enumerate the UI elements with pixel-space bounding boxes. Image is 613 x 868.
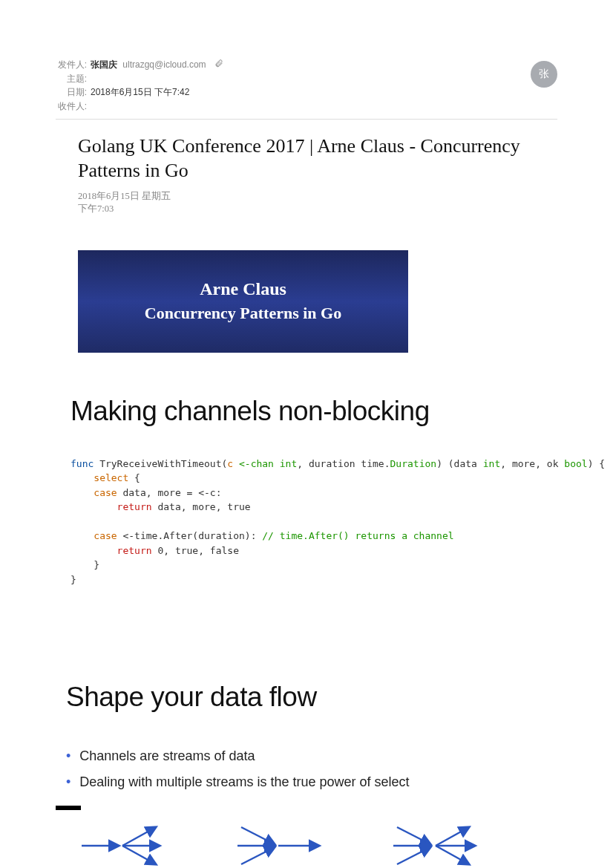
slide-intro-name: Arne Claus <box>200 279 286 299</box>
bullet-list: Channels are streams of data Dealing wit… <box>66 748 557 790</box>
email-body: Golang UK Conference 2017 | Arne Claus -… <box>56 120 557 868</box>
funnel-icon <box>234 820 323 868</box>
diagram-funnel: Funnel <box>234 820 323 868</box>
from-email[interactable]: ultrazgq@icloud.com <box>122 59 206 70</box>
date-row: 日期: 2018年6月15日 下午7:42 <box>56 85 557 99</box>
svg-line-8 <box>397 827 430 844</box>
date-label: 日期: <box>56 85 87 99</box>
slide-intro-subtitle: Concurrency Patterns in Go <box>145 304 341 323</box>
from-row: 发件人: 张国庆 ultrazgq@icloud.com <box>56 58 557 72</box>
subject-row: 主题: <box>56 72 557 86</box>
from-name[interactable]: 张国庆 <box>91 59 117 70</box>
svg-line-10 <box>397 847 430 864</box>
code-block: func TryReceiveWithTimeout(c <-chan int,… <box>71 457 557 587</box>
bullet-text: Dealing with multiple streams is the tru… <box>79 774 409 790</box>
svg-line-4 <box>241 827 275 844</box>
bullet-text: Channels are streams of data <box>79 748 255 764</box>
to-row: 收件人: <box>56 99 557 114</box>
svg-line-13 <box>436 846 469 864</box>
diagram-fanout: Fan-out <box>78 820 167 868</box>
slide-intro: Arne Claus Concurrency Patterns in Go <box>78 250 408 353</box>
diagram-turnout: Turnout <box>390 820 479 868</box>
svg-line-11 <box>436 827 469 846</box>
cursor-bar <box>56 806 81 810</box>
section-title-1: Making channels non-blocking <box>71 396 557 427</box>
avatar[interactable]: 张 <box>531 61 557 88</box>
list-item: Dealing with multiple streams is the tru… <box>66 774 557 790</box>
to-label: 收件人: <box>56 99 87 114</box>
svg-line-6 <box>241 847 275 864</box>
from-label: 发件人: <box>56 58 87 72</box>
attachment-icon[interactable] <box>214 58 223 72</box>
meta-date: 2018年6月15日 星期五 <box>78 190 535 202</box>
note-meta: 2018年6月15日 星期五 下午7:03 <box>56 190 557 215</box>
date-value: 2018年6月15日 下午7:42 <box>91 85 189 99</box>
fanout-icon <box>78 820 167 868</box>
section-title-2: Shape your data flow <box>66 682 557 713</box>
meta-time: 下午7:03 <box>78 203 535 215</box>
list-item: Channels are streams of data <box>66 748 557 764</box>
svg-line-3 <box>122 846 156 864</box>
turnout-icon <box>390 820 479 868</box>
svg-line-1 <box>122 827 156 846</box>
page-title: Golang UK Conference 2017 | Arne Claus -… <box>56 134 557 183</box>
subject-label: 主题: <box>56 72 87 86</box>
email-header: 发件人: 张国庆 ultrazgq@icloud.com 主题: 日期: 201… <box>56 58 557 120</box>
diagrams-row: Fan-out Funnel <box>78 820 557 868</box>
